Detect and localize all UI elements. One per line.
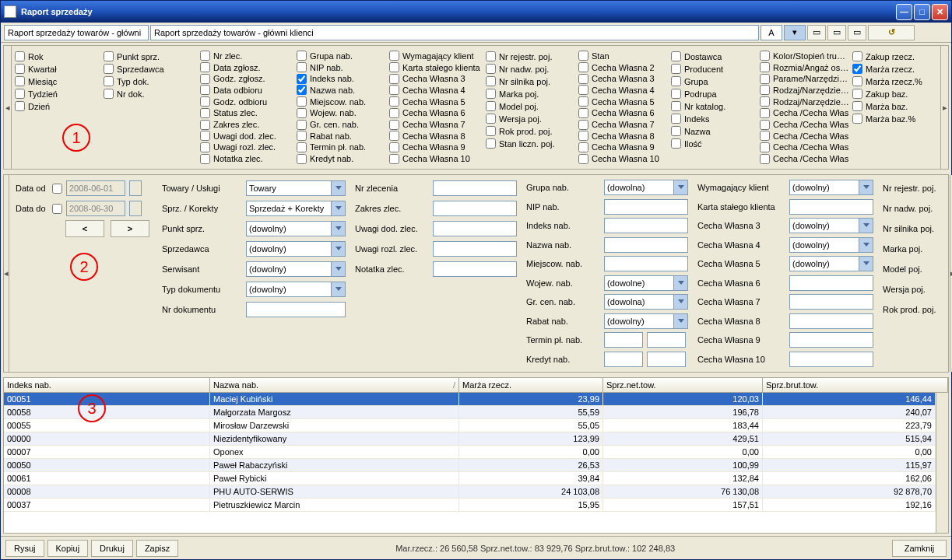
criteria-chk-3-1[interactable]: NIP nab.: [297, 62, 386, 73]
criteria-chk-0-0[interactable]: Rok: [15, 51, 100, 62]
checkbox[interactable]: [852, 64, 862, 74]
criteria-chk-4-5[interactable]: Cecha Własna 6: [389, 108, 483, 119]
criteria-chk-8-8[interactable]: Cecha /Cecha Włas: [760, 142, 849, 153]
checkbox[interactable]: [578, 85, 588, 95]
checkbox[interactable]: [297, 96, 307, 107]
checkbox[interactable]: [200, 108, 210, 118]
checkbox[interactable]: [852, 114, 862, 124]
checkbox[interactable]: [200, 131, 210, 141]
col-nazwa[interactable]: Nazwa nab./: [210, 378, 459, 392]
criteria-chk-5-5[interactable]: Wersja poj.: [486, 113, 575, 124]
criteria-chk-2-5[interactable]: Status zlec.: [200, 108, 293, 119]
checkbox[interactable]: [671, 89, 681, 99]
criteria-chk-0-4[interactable]: Dzień: [15, 100, 100, 112]
criteria-chk-0-2[interactable]: Miesiąc: [15, 75, 100, 87]
criteria-chk-6-6[interactable]: Cecha Własna 7: [578, 119, 668, 130]
checkbox[interactable]: [389, 120, 399, 130]
criteria-chk-8-9[interactable]: Cecha /Cecha Włas: [760, 153, 849, 164]
panel2-collapse-left[interactable]: ◂: [4, 175, 9, 372]
criteria-chk-6-7[interactable]: Cecha Własna 8: [578, 131, 668, 142]
checkbox[interactable]: [200, 74, 210, 84]
checkbox[interactable]: [389, 85, 399, 95]
criteria-chk-4-4[interactable]: Cecha Własna 5: [389, 96, 483, 107]
criteria-chk-7-2[interactable]: Grupa: [671, 75, 757, 87]
checkbox[interactable]: [760, 85, 770, 95]
criteria-chk-7-1[interactable]: Producent: [671, 63, 757, 75]
checkbox[interactable]: [578, 120, 588, 130]
table-row[interactable]: 00061Paweł Rybicki39,84132,84162,06: [4, 472, 936, 485]
criteria-chk-4-6[interactable]: Cecha Własna 7: [389, 119, 483, 130]
grid-body[interactable]: 3 00051Maciej Kubiński23,99120,03146,440…: [4, 393, 936, 533]
checkbox[interactable]: [297, 154, 307, 164]
checkbox[interactable]: [15, 101, 25, 111]
criteria-chk-9-3[interactable]: Zakup baz.: [852, 88, 926, 100]
buyergroup-select[interactable]: (dowolna): [604, 180, 688, 195]
checkbox[interactable]: [578, 62, 588, 72]
goods-select[interactable]: Towary: [246, 180, 346, 196]
table-row[interactable]: 00007Oponex0,000,000,00: [4, 446, 936, 459]
criteria-chk-4-8[interactable]: Cecha Własna 9: [389, 142, 483, 153]
checkbox[interactable]: [578, 142, 588, 152]
criteria-chk-2-9[interactable]: Notatka zlec.: [200, 153, 293, 164]
checkbox[interactable]: [578, 131, 588, 141]
table-row[interactable]: 00000Niezidentyfikowany123,99429,51515,9…: [4, 432, 936, 446]
checkbox[interactable]: [578, 96, 588, 107]
col-marza[interactable]: Marża rzecz.: [459, 378, 603, 392]
table-row[interactable]: 00037Pietruszkiewicz Marcin15,95157,5119…: [4, 499, 936, 512]
date-to-input[interactable]: [66, 201, 125, 216]
sales-corr-select[interactable]: Sprzedaż + Korekty: [246, 201, 346, 216]
criteria-chk-1-0[interactable]: Punkt sprz.: [104, 51, 197, 62]
criteria-chk-6-5[interactable]: Cecha Własna 6: [578, 108, 668, 119]
table-row[interactable]: 00058Małgorzata Margosz55,59196,78240,07: [4, 406, 936, 419]
checkbox[interactable]: [760, 62, 770, 72]
table-row[interactable]: 00055Mirosław Darzewski55,05183,44223,79: [4, 419, 936, 432]
checkbox[interactable]: [389, 96, 399, 107]
city-input[interactable]: [604, 256, 688, 271]
discount-select[interactable]: (dowolny): [604, 313, 688, 329]
criteria-chk-8-1[interactable]: Rozmia/Angaż osob: [760, 62, 849, 73]
cw9-input[interactable]: [789, 332, 873, 348]
criteria-chk-0-1[interactable]: Kwartał: [15, 63, 100, 75]
criteria-chk-3-2[interactable]: Indeks nab.: [297, 73, 386, 84]
checkbox[interactable]: [671, 76, 681, 86]
cw6-input[interactable]: [789, 275, 873, 291]
checkbox[interactable]: [486, 51, 496, 61]
checkbox[interactable]: [297, 85, 307, 95]
criteria-chk-2-4[interactable]: Godz. odbioru: [200, 96, 293, 107]
checkbox[interactable]: [15, 89, 25, 99]
checkbox[interactable]: [671, 51, 681, 61]
checkbox[interactable]: [200, 142, 210, 152]
font-dropdown-icon[interactable]: ▾: [784, 25, 806, 40]
table-row[interactable]: 00050Paweł Rabaczyński26,53100,99115,97: [4, 459, 936, 472]
criteria-chk-6-8[interactable]: Cecha Własna 9: [578, 142, 668, 153]
criteria-chk-8-2[interactable]: Parame/Narzędzie s: [760, 73, 849, 84]
checkbox[interactable]: [760, 154, 770, 164]
criteria-chk-7-4[interactable]: Nr katalog.: [671, 100, 757, 112]
checkbox[interactable]: [297, 108, 307, 118]
checkbox[interactable]: [200, 120, 210, 130]
checkbox[interactable]: [297, 120, 307, 130]
checkbox[interactable]: [486, 114, 496, 124]
pos-select[interactable]: (dowolny): [246, 221, 346, 236]
view-button-1[interactable]: ▭: [807, 25, 826, 40]
criteria-chk-3-9[interactable]: Kredyt nab.: [297, 153, 386, 164]
criteria-chk-2-3[interactable]: Data odbioru: [200, 85, 293, 96]
close-button[interactable]: ✕: [932, 4, 948, 20]
checkbox[interactable]: [852, 89, 862, 99]
view-button-2[interactable]: ▭: [827, 25, 846, 40]
credit-from[interactable]: [604, 352, 643, 367]
criteria-chk-4-7[interactable]: Cecha Własna 8: [389, 131, 483, 142]
date-to-chk[interactable]: [52, 204, 62, 214]
checkbox[interactable]: [297, 62, 307, 72]
save-button[interactable]: Zapisz: [136, 540, 178, 557]
checkbox[interactable]: [104, 76, 114, 86]
criteria-chk-4-0[interactable]: Wymagający klient: [389, 51, 483, 61]
criteria-chk-2-6[interactable]: Zakres zlec.: [200, 119, 293, 130]
checkbox[interactable]: [389, 142, 399, 152]
checkbox[interactable]: [297, 131, 307, 141]
criteria-chk-8-3[interactable]: Rodzaj/Narzędzie sp: [760, 85, 849, 96]
doctype-select[interactable]: (dowolny): [246, 282, 346, 297]
close-dialog-button[interactable]: Zamknij: [892, 540, 947, 557]
buyername-input[interactable]: [604, 237, 688, 253]
criteria-chk-0-3[interactable]: Tydzień: [15, 88, 100, 100]
